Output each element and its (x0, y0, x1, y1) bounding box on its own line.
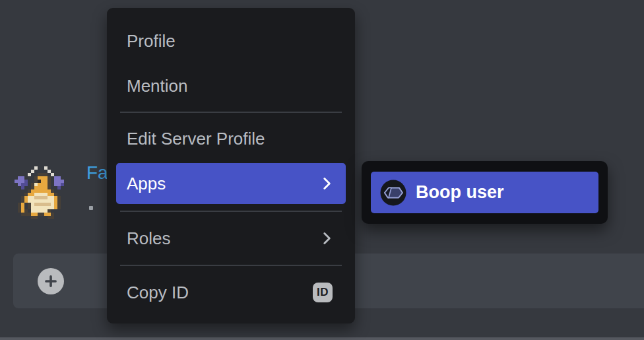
id-badge-icon: ID (313, 283, 333, 302)
menu-divider (120, 211, 342, 212)
submenu-item-label: Boop user (416, 182, 504, 203)
chevron-right-icon (318, 230, 335, 247)
menu-item-apps[interactable]: Apps (116, 163, 346, 204)
menu-item-profile[interactable]: Profile (116, 24, 346, 58)
menu-item-label: Profile (127, 31, 176, 51)
menu-item-label: Edit Server Profile (127, 129, 265, 149)
menu-item-label: Copy ID (127, 283, 189, 303)
attach-button[interactable] (38, 268, 64, 294)
message-fragment (89, 206, 93, 210)
menu-divider (120, 265, 342, 266)
window-bottom-edge (0, 337, 644, 340)
menu-divider (120, 112, 342, 113)
chevron-right-icon (318, 175, 335, 192)
menu-item-label: Apps (127, 174, 166, 194)
discord-chat-screen: Fa M ot Profile Mention Edit Server Prof… (0, 0, 644, 340)
dragonite-pixel-avatar (15, 166, 67, 219)
menu-item-label: Roles (127, 228, 170, 249)
menu-item-roles[interactable]: Roles (116, 221, 346, 255)
user-context-menu: Profile Mention Edit Server Profile Apps… (107, 8, 355, 323)
menu-item-copy-id[interactable]: Copy ID ID (116, 275, 346, 310)
message-username[interactable]: Fa (86, 162, 108, 184)
menu-item-edit-server-profile[interactable]: Edit Server Profile (116, 121, 346, 156)
apps-submenu: Boop user (362, 161, 608, 224)
menu-item-label: Mention (127, 76, 188, 96)
plus-icon (42, 273, 59, 290)
boop-app-icon (380, 180, 406, 206)
submenu-item-boop-user[interactable]: Boop user (371, 172, 598, 213)
user-avatar[interactable] (15, 166, 67, 219)
menu-item-mention[interactable]: Mention (116, 69, 346, 103)
